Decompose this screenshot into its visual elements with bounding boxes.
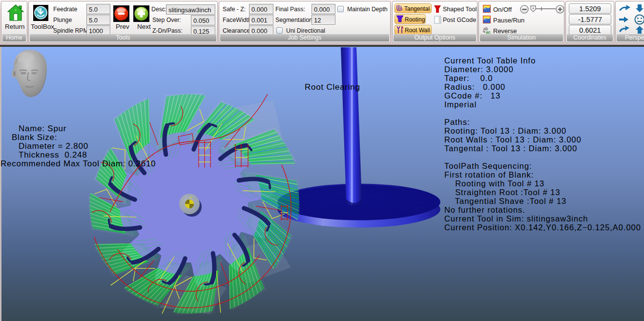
svg-text:ac: ac (486, 30, 491, 34)
